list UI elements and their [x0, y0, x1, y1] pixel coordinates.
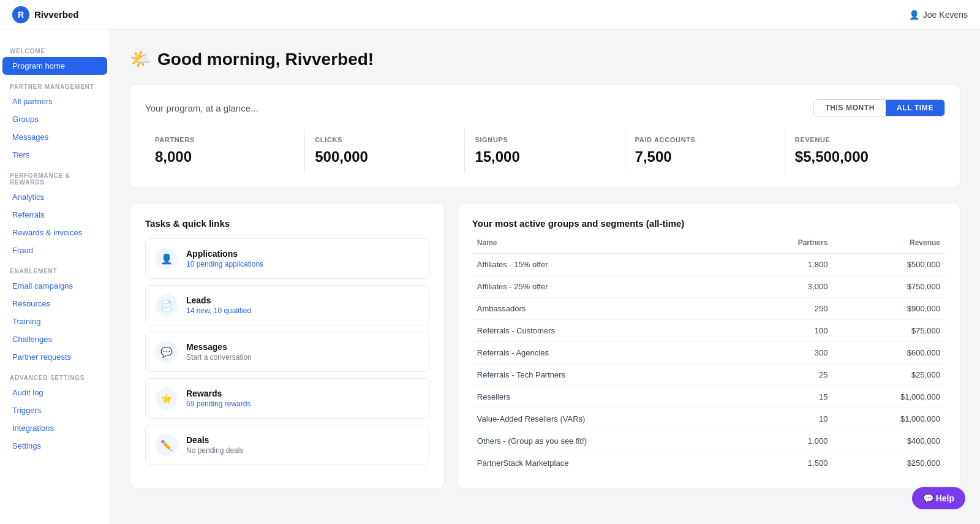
task-item-messages[interactable]: 💬 Messages Start a conversation [145, 332, 429, 372]
sidebar-item-partner-requests[interactable]: Partner requests [2, 348, 107, 366]
sidebar-item-integrations[interactable]: Integrations [2, 419, 107, 437]
sidebar-item-fraud[interactable]: Fraud [2, 241, 107, 259]
task-info-applications: Applications 10 pending applications [186, 249, 263, 268]
sidebar-item-referrals[interactable]: Referrals [2, 206, 107, 224]
task-item-applications[interactable]: 👤 Applications 10 pending applications [145, 238, 429, 279]
task-item-rewards[interactable]: ⭐ Rewards 69 pending rewards [145, 378, 429, 419]
task-item-deals[interactable]: ✏️ Deals No pending deals [145, 425, 429, 465]
sidebar-item-audit-log[interactable]: Audit log [2, 384, 107, 401]
stats-subtitle: Your program, at a glance... [145, 103, 258, 113]
task-info-messages: Messages Start a conversation [186, 342, 252, 362]
sidebar-item-settings[interactable]: Settings [2, 437, 107, 455]
task-icon-applications: 👤 [156, 248, 178, 270]
group-partners: 25 [743, 364, 833, 386]
group-partners: 1,800 [743, 254, 833, 276]
task-icon-messages: 💬 [156, 341, 178, 363]
group-partners: 10 [743, 408, 833, 430]
user-name: Joe Kevens [923, 10, 968, 20]
table-row[interactable]: PartnerStack Marketplace 1,500 $250,000 [472, 452, 945, 474]
table-row[interactable]: Referrals - Customers 100 $75,000 [472, 320, 945, 342]
sidebar-item-training[interactable]: Training [2, 313, 107, 330]
table-row[interactable]: Referrals - Agencies 300 $600,000 [472, 342, 945, 364]
stat-label: REVENUE [795, 136, 935, 143]
task-name-messages: Messages [186, 342, 252, 352]
groups-col-name: Name [472, 238, 743, 254]
group-revenue: $500,000 [832, 254, 945, 276]
sidebar-item-email-campaigns[interactable]: Email campaigns [2, 277, 107, 295]
group-name: Value-Added Resellers (VARs) [472, 408, 743, 430]
table-row[interactable]: Affiliates - 25% offer 3,000 $750,000 [472, 276, 945, 298]
main-content: 🌤️ Good morning, Rivverbed! Your program… [110, 29, 980, 524]
nav-section-label-performance-&-rewards: PERFORMANCE & REWARDS [0, 164, 110, 188]
table-row[interactable]: Value-Added Resellers (VARs) 10 $1,000,0… [472, 408, 945, 430]
sidebar-label-triggers: Triggers [12, 406, 41, 415]
group-revenue: $900,000 [832, 298, 945, 320]
groups-col-revenue: Revenue [832, 238, 945, 254]
sidebar-item-rewards-invoices[interactable]: Rewards & invoices [2, 224, 107, 241]
task-name-deals: Deals [186, 435, 243, 445]
stats-grid: PARTNERS 8,000 CLICKS 500,000 SIGNUPS 15… [145, 129, 945, 173]
task-icon-leads: 📄 [156, 294, 178, 316]
group-revenue: $400,000 [832, 430, 945, 452]
brand-logo: R [12, 6, 29, 23]
sidebar-item-resources[interactable]: Resources [2, 295, 107, 313]
sidebar-item-messages[interactable]: Messages [2, 128, 107, 146]
table-row[interactable]: Ambassadors 250 $900,000 [472, 298, 945, 320]
sidebar-item-all-partners[interactable]: All partners [2, 93, 107, 110]
table-row[interactable]: Affiliates - 15% offer 1,800 $500,000 [472, 254, 945, 276]
groups-title: Your most active groups and segments (al… [472, 218, 945, 229]
group-revenue: $25,000 [832, 364, 945, 386]
stats-card: Your program, at a glance... THIS MONTH … [130, 84, 960, 188]
task-item-leads[interactable]: 📄 Leads 14 new, 10 qualified [145, 285, 429, 325]
help-button[interactable]: 💬 Help [912, 487, 965, 509]
sidebar-label-challenges: Challenges [12, 335, 52, 344]
group-partners: 3,000 [743, 276, 833, 298]
brand: R Rivverbed [12, 6, 79, 23]
stat-value: $5,500,000 [795, 148, 935, 165]
user-menu[interactable]: 👤 Joe Kevens [909, 10, 968, 20]
sidebar-label-referrals: Referrals [12, 210, 45, 219]
group-partners: 15 [743, 386, 833, 408]
stat-value: 7,500 [635, 148, 775, 165]
table-row[interactable]: Resellers 15 $1,000,000 [472, 386, 945, 408]
task-sub-rewards: 69 pending rewards [186, 400, 251, 408]
sidebar-label-rewards-invoices: Rewards & invoices [12, 228, 82, 237]
sidebar-label-program-home: Program home [12, 61, 65, 70]
table-row[interactable]: Referrals - Tech Partners 25 $25,000 [472, 364, 945, 386]
group-name: PartnerStack Marketplace [472, 452, 743, 474]
stat-item-paid-accounts: PAID ACCOUNTS 7,500 [625, 129, 785, 173]
nav-section-label-welcome: WELCOME [0, 39, 110, 57]
stat-value: 8,000 [155, 148, 295, 165]
group-name: Resellers [472, 386, 743, 408]
stat-label: SIGNUPS [475, 136, 614, 143]
sidebar-item-program-home[interactable]: Program home [2, 57, 107, 75]
group-partners: 1,500 [743, 452, 833, 474]
sidebar-label-all-partners: All partners [12, 97, 53, 106]
sidebar-label-integrations: Integrations [12, 423, 54, 433]
all-time-toggle[interactable]: ALL TIME [886, 100, 944, 116]
sidebar-label-audit-log: Audit log [12, 388, 43, 397]
group-name: Referrals - Agencies [472, 342, 743, 364]
greeting-text: Good morning, Rivverbed! [157, 50, 374, 69]
sidebar-item-groups[interactable]: Groups [2, 110, 107, 128]
this-month-toggle[interactable]: THIS MONTH [814, 100, 886, 116]
sidebar-label-analytics: Analytics [12, 192, 44, 202]
time-toggle-group: THIS MONTH ALL TIME [813, 99, 945, 116]
sidebar-item-challenges[interactable]: Challenges [2, 330, 107, 348]
tasks-title: Tasks & quick links [145, 218, 429, 229]
task-name-leads: Leads [186, 295, 251, 305]
sidebar: WELCOMEProgram homePARTNER MANAGEMENTAll… [0, 29, 110, 524]
table-row[interactable]: Others - (Group as you see fit!) 1,000 $… [472, 430, 945, 452]
groups-table: NamePartnersRevenue Affiliates - 15% off… [472, 238, 945, 474]
stat-item-partners: PARTNERS 8,000 [145, 129, 305, 173]
group-partners: 100 [743, 320, 833, 342]
group-name: Affiliates - 25% offer [472, 276, 743, 298]
sidebar-item-triggers[interactable]: Triggers [2, 401, 107, 419]
task-info-rewards: Rewards 69 pending rewards [186, 389, 251, 408]
sidebar-item-analytics[interactable]: Analytics [2, 188, 107, 206]
sidebar-item-tiers[interactable]: Tiers [2, 146, 107, 164]
stat-item-signups: SIGNUPS 15,000 [465, 129, 625, 173]
stat-item-clicks: CLICKS 500,000 [305, 129, 465, 173]
group-revenue: $250,000 [832, 452, 945, 474]
group-revenue: $75,000 [832, 320, 945, 342]
